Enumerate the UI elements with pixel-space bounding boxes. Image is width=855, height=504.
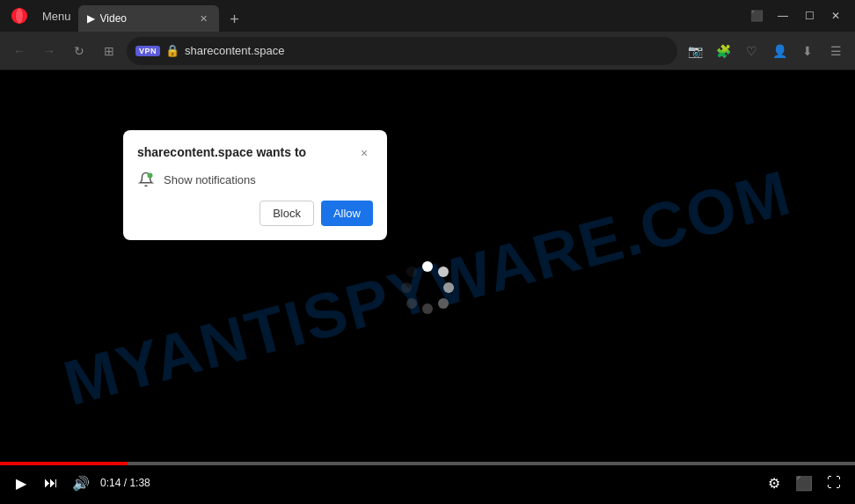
popup-title: sharecontent.space wants to — [137, 144, 306, 160]
right-controls: ⚙ ⬛ ⛶ — [764, 472, 844, 493]
settings-button[interactable]: ⚙ — [764, 472, 785, 493]
address-bar[interactable]: VPN 🔒 sharecontent.space — [127, 37, 677, 65]
popup-actions: Block Allow — [137, 201, 373, 226]
total-time: 1:38 — [129, 477, 150, 489]
avatar-button[interactable]: 👤 — [767, 39, 792, 63]
tab-close-button[interactable]: ✕ — [198, 12, 210, 25]
main-content: MYANTISPYWARE.COM ▶ ⏭ 🔊 — [0, 70, 855, 504]
progress-fill — [0, 462, 128, 465]
back-button[interactable]: ← — [7, 39, 32, 63]
close-button[interactable]: ✕ — [823, 4, 848, 28]
url-display: sharecontent.space — [185, 44, 669, 57]
notification-popup: sharecontent.space wants to × Show notif… — [123, 130, 387, 240]
fullscreen-button[interactable]: ⛶ — [823, 472, 844, 493]
reload-button[interactable]: ↻ — [67, 39, 91, 63]
time-display: 0:14 / 1:38 — [100, 477, 150, 489]
toolbar-icons: 📷 🧩 ♡ 👤 ⬇ ☰ — [683, 39, 848, 63]
minimize-button[interactable]: — — [771, 4, 795, 28]
window-controls: ⬛ — ☐ ✕ — [744, 4, 848, 28]
camera-button[interactable]: 📷 — [683, 39, 707, 63]
popup-close-button[interactable]: × — [355, 144, 373, 162]
allow-button[interactable]: Allow — [321, 201, 373, 226]
snap-button[interactable]: ⬛ — [744, 4, 769, 28]
new-tab-button[interactable]: + — [223, 7, 247, 32]
popup-notification-item: Show notifications — [137, 171, 373, 188]
maximize-button[interactable]: ☐ — [797, 4, 822, 28]
progress-bar[interactable] — [0, 462, 855, 465]
play-button[interactable]: ▶ — [11, 472, 32, 493]
extension-button[interactable]: 🧩 — [711, 39, 735, 63]
menu-label: Menu — [42, 10, 71, 23]
theater-button[interactable]: ⬛ — [793, 472, 815, 493]
browser-frame: Menu ▶ Video ✕ + ⬛ — ☐ ✕ ← → ↻ ⊞ VPN 🔒 s… — [0, 0, 855, 504]
forward-button[interactable]: → — [37, 39, 62, 63]
tabs-area: ▶ Video ✕ + — [78, 0, 744, 32]
loading-spinner — [401, 261, 454, 314]
opera-logo — [7, 4, 32, 28]
vpn-badge: VPN — [135, 46, 160, 56]
popup-header: sharecontent.space wants to × — [137, 144, 373, 162]
tab-grid-button[interactable]: ⊞ — [97, 39, 121, 63]
download-button[interactable]: ⬇ — [795, 39, 820, 63]
browser-menu-button[interactable]: ☰ — [823, 39, 848, 63]
tab-title: Video — [100, 12, 193, 25]
tab-favicon: ▶ — [87, 12, 95, 25]
svg-point-3 — [148, 173, 153, 179]
menu-button[interactable]: Menu — [35, 8, 78, 25]
toolbar: ← → ↻ ⊞ VPN 🔒 sharecontent.space 📷 🧩 ♡ 👤… — [0, 32, 855, 70]
spinner-dots — [401, 261, 454, 314]
current-time: 0:14 — [100, 477, 121, 489]
volume-button[interactable]: 🔊 — [70, 472, 91, 493]
block-button[interactable]: Block — [259, 201, 314, 226]
notification-icon — [137, 171, 155, 188]
active-tab[interactable]: ▶ Video ✕ — [78, 5, 219, 32]
video-controls: ▶ ⏭ 🔊 0:14 / 1:38 ⚙ ⬛ ⛶ — [0, 462, 855, 504]
skip-button[interactable]: ⏭ — [40, 472, 62, 493]
security-icon: 🔒 — [165, 44, 179, 57]
bookmark-button[interactable]: ♡ — [739, 39, 764, 63]
popup-item-text: Show notifications — [164, 173, 256, 186]
title-bar: Menu ▶ Video ✕ + ⬛ — ☐ ✕ — [0, 0, 855, 32]
